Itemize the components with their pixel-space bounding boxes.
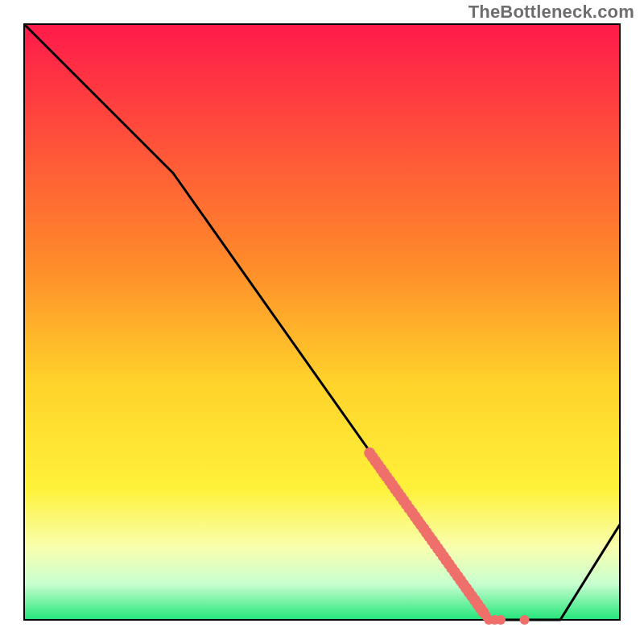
chart-container: TheBottleneck.com xyxy=(0,0,644,644)
watermark-label: TheBottleneck.com xyxy=(469,2,634,23)
bottleneck-chart xyxy=(0,0,644,644)
highlight-dot xyxy=(496,615,506,625)
highlight-dot xyxy=(520,615,530,625)
